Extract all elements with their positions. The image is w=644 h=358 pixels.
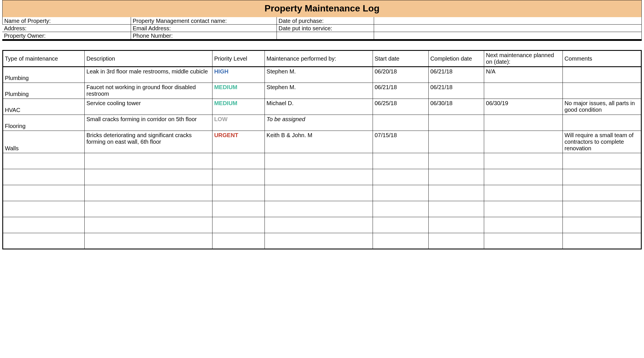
cell-next-maintenance: N/A bbox=[484, 67, 563, 83]
cell-type bbox=[3, 185, 85, 201]
cell-comments: Will require a small team of contractors… bbox=[563, 131, 641, 153]
info-blank-r3a bbox=[277, 32, 374, 39]
cell-completion-date bbox=[428, 233, 484, 249]
cell-performed-by bbox=[265, 233, 373, 249]
cell-next-maintenance bbox=[484, 153, 563, 169]
info-contact-name-label: Property Management contact name: bbox=[131, 17, 277, 25]
cell-description: Leak in 3rd floor male restrooms, middle… bbox=[85, 67, 212, 83]
table-row bbox=[3, 233, 641, 249]
cell-priority: LOW bbox=[212, 115, 265, 131]
info-owner-label: Property Owner: bbox=[2, 32, 131, 39]
table-row bbox=[3, 185, 641, 201]
cell-completion-date: 06/21/18 bbox=[428, 83, 484, 99]
cell-completion-date: 06/21/18 bbox=[428, 67, 484, 83]
cell-type: Walls bbox=[3, 131, 85, 153]
cell-priority bbox=[212, 169, 265, 185]
cell-comments bbox=[563, 233, 641, 249]
cell-priority bbox=[212, 233, 265, 249]
header-completion-date: Completion date bbox=[428, 51, 484, 67]
table-row bbox=[3, 153, 641, 169]
cell-priority bbox=[212, 185, 265, 201]
cell-type bbox=[3, 217, 85, 233]
cell-performed-by bbox=[265, 169, 373, 185]
table-row bbox=[3, 169, 641, 185]
cell-start-date: 06/25/18 bbox=[373, 99, 428, 115]
cell-next-maintenance bbox=[484, 169, 563, 185]
table-row: FlooringSmall cracks forming in corridor… bbox=[3, 115, 641, 131]
table-row: HVACService cooling towerMEDIUMMichael D… bbox=[3, 99, 641, 115]
header-type: Type of maintenance bbox=[3, 51, 85, 67]
cell-start-date bbox=[373, 169, 428, 185]
cell-performed-by: To be assigned bbox=[265, 115, 373, 131]
cell-priority bbox=[212, 217, 265, 233]
cell-next-maintenance bbox=[484, 131, 563, 153]
cell-comments bbox=[563, 169, 641, 185]
cell-performed-by bbox=[265, 185, 373, 201]
cell-completion-date bbox=[428, 169, 484, 185]
cell-description bbox=[85, 233, 212, 249]
cell-start-date bbox=[373, 233, 428, 249]
cell-start-date bbox=[373, 153, 428, 169]
cell-next-maintenance: 06/30/19 bbox=[484, 99, 563, 115]
info-grid: Name of Property: Property Management co… bbox=[2, 17, 642, 41]
info-property-name-label: Name of Property: bbox=[2, 17, 131, 25]
header-priority: Priority Level bbox=[212, 51, 265, 67]
cell-priority bbox=[212, 201, 265, 217]
cell-completion-date bbox=[428, 131, 484, 153]
header-comments: Comments bbox=[563, 51, 641, 67]
cell-performed-by: Stephen M. bbox=[265, 67, 373, 83]
info-phone-label: Phone Number: bbox=[131, 32, 277, 39]
cell-type bbox=[3, 153, 85, 169]
cell-completion-date bbox=[428, 115, 484, 131]
cell-type: HVAC bbox=[3, 99, 85, 115]
cell-next-maintenance bbox=[484, 217, 563, 233]
cell-next-maintenance bbox=[484, 201, 563, 217]
cell-description bbox=[85, 169, 212, 185]
cell-next-maintenance bbox=[484, 185, 563, 201]
cell-priority: URGENT bbox=[212, 131, 265, 153]
info-blank-r1 bbox=[374, 17, 642, 25]
info-blank-r3b bbox=[374, 32, 642, 39]
header-performed-by: Maintenance performed by: bbox=[265, 51, 373, 67]
info-date-purchase-label: Date of purchase: bbox=[277, 17, 374, 25]
header-next-maintenance: Next maintenance planned on (date): bbox=[484, 51, 563, 67]
cell-description: Faucet not working in ground floor disab… bbox=[85, 83, 212, 99]
info-date-service-label: Date put into service: bbox=[277, 25, 374, 32]
cell-performed-by bbox=[265, 153, 373, 169]
header-description: Description bbox=[85, 51, 212, 67]
cell-start-date bbox=[373, 217, 428, 233]
cell-type: Flooring bbox=[3, 115, 85, 131]
table-header-row: Type of maintenance Description Priority… bbox=[3, 51, 641, 67]
cell-comments bbox=[563, 153, 641, 169]
cell-priority: HIGH bbox=[212, 67, 265, 83]
cell-description bbox=[85, 185, 212, 201]
cell-completion-date bbox=[428, 185, 484, 201]
cell-description: Small cracks forming in corridor on 5th … bbox=[85, 115, 212, 131]
info-email-label: Email Address: bbox=[131, 25, 277, 32]
cell-description bbox=[85, 201, 212, 217]
table-row: PlumbingFaucet not working in ground flo… bbox=[3, 83, 641, 99]
cell-description bbox=[85, 217, 212, 233]
cell-comments bbox=[563, 67, 641, 83]
cell-comments bbox=[563, 115, 641, 131]
cell-priority bbox=[212, 153, 265, 169]
cell-start-date: 06/20/18 bbox=[373, 67, 428, 83]
cell-start-date bbox=[373, 115, 428, 131]
cell-comments bbox=[563, 83, 641, 99]
cell-performed-by: Michael D. bbox=[265, 99, 373, 115]
table-row: PlumbingLeak in 3rd floor male restrooms… bbox=[3, 67, 641, 83]
cell-comments bbox=[563, 185, 641, 201]
cell-completion-date bbox=[428, 201, 484, 217]
cell-description: Bricks deteriorating and significant cra… bbox=[85, 131, 212, 153]
cell-type bbox=[3, 169, 85, 185]
table-row bbox=[3, 201, 641, 217]
cell-completion-date: 06/30/18 bbox=[428, 99, 484, 115]
cell-priority: MEDIUM bbox=[212, 83, 265, 99]
cell-performed-by bbox=[265, 201, 373, 217]
maintenance-table: Type of maintenance Description Priority… bbox=[2, 50, 642, 249]
cell-comments bbox=[563, 201, 641, 217]
header-start-date: Start date bbox=[373, 51, 428, 67]
table-row bbox=[3, 217, 641, 233]
info-address-label: Address: bbox=[2, 25, 131, 32]
table-row: WallsBricks deteriorating and significan… bbox=[3, 131, 641, 153]
